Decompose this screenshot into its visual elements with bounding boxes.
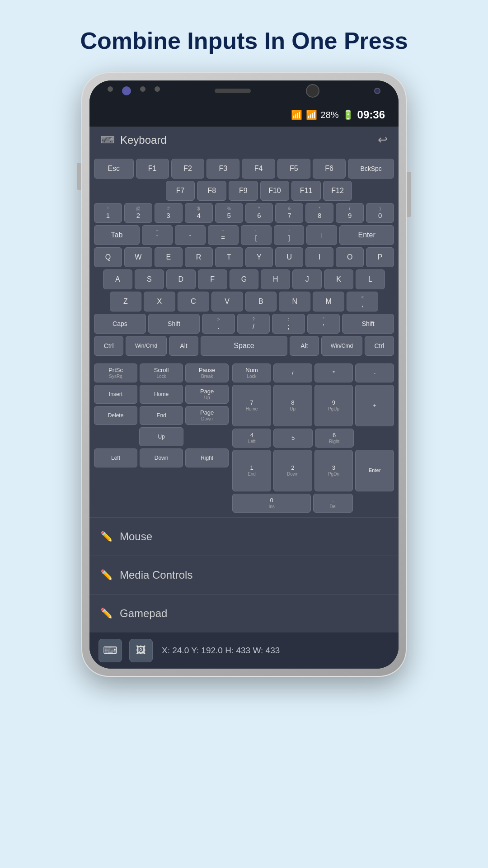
key-a[interactable]: A [103, 269, 132, 289]
key-f2[interactable]: F2 [171, 159, 204, 179]
key-win-right[interactable]: Win/Cmd [321, 336, 362, 356]
key-0[interactable]: )0 [366, 203, 394, 223]
key-9[interactable]: (9 [336, 203, 364, 223]
numpad-multiply[interactable]: * [314, 363, 353, 382]
key-8[interactable]: *8 [305, 203, 333, 223]
key-shift-right[interactable]: Shift [342, 314, 394, 334]
key-f8[interactable]: F8 [197, 181, 226, 201]
key-o[interactable]: O [336, 247, 364, 267]
numpad-4[interactable]: 4Left [232, 429, 271, 448]
numpad-minus[interactable]: - [355, 363, 394, 382]
key-c[interactable]: C [178, 292, 209, 311]
numpad-8[interactable]: 8Up [273, 385, 312, 426]
key-alt-left[interactable]: Alt [169, 336, 198, 356]
numpad-1[interactable]: 1End [232, 450, 271, 491]
key-scroll-lock[interactable]: ScrollLock [140, 363, 183, 382]
keyboard-bottom-icon[interactable]: ⌨ [99, 639, 122, 662]
key-z[interactable]: Z [110, 292, 141, 311]
key-brace-open[interactable]: {[ [241, 225, 272, 245]
key-r[interactable]: R [185, 247, 213, 267]
key-ctrl-right[interactable]: Ctrl [365, 336, 394, 356]
key-pgup[interactable]: PageUp [185, 385, 229, 404]
key-k[interactable]: K [324, 269, 353, 289]
key-alt-right[interactable]: Alt [290, 336, 319, 356]
key-up[interactable]: Up [139, 427, 183, 446]
key-pgdn[interactable]: PageDown [185, 406, 229, 425]
media-controls-section[interactable]: ✏️ Media Controls [89, 556, 399, 594]
key-bckspc[interactable]: BckSpc [348, 159, 394, 179]
numpad-enter[interactable]: Enter [355, 450, 394, 491]
key-s[interactable]: S [135, 269, 164, 289]
key-f6[interactable]: F6 [313, 159, 346, 179]
key-space[interactable]: Space [201, 336, 287, 356]
key-minus[interactable]: - [175, 225, 206, 245]
key-i[interactable]: I [305, 247, 333, 267]
numpad-3[interactable]: 3PgDn [314, 450, 353, 491]
gamepad-section[interactable]: ✏️ Gamepad [89, 594, 399, 632]
key-pause[interactable]: PauseBreak [185, 363, 229, 382]
key-end[interactable]: End [140, 406, 183, 425]
key-insert[interactable]: Insert [94, 385, 137, 404]
key-q[interactable]: Q [94, 247, 122, 267]
key-u[interactable]: U [275, 247, 303, 267]
mouse-section[interactable]: ✏️ Mouse [89, 517, 399, 556]
numpad-0[interactable]: 0Ins [232, 494, 311, 513]
key-quote[interactable]: "' [307, 314, 340, 334]
key-v[interactable]: V [211, 292, 243, 311]
key-f11[interactable]: F11 [291, 181, 321, 201]
numpad-divide[interactable]: / [273, 363, 312, 382]
key-caps[interactable]: Caps [94, 314, 146, 334]
key-6[interactable]: ^6 [245, 203, 273, 223]
key-w[interactable]: W [124, 247, 152, 267]
key-semicolon[interactable]: :; [272, 314, 305, 334]
key-f3[interactable]: F3 [206, 159, 239, 179]
key-m[interactable]: M [313, 292, 344, 311]
numpad-plus[interactable]: + [355, 385, 394, 426]
key-d[interactable]: D [166, 269, 196, 289]
numpad-5[interactable]: 5 [273, 429, 312, 448]
key-f5[interactable]: F5 [277, 159, 310, 179]
key-down[interactable]: Down [140, 448, 183, 467]
key-period[interactable]: >. [202, 314, 235, 334]
key-j[interactable]: J [292, 269, 322, 289]
key-brace-close[interactable]: }] [274, 225, 305, 245]
key-f4[interactable]: F4 [242, 159, 275, 179]
key-x[interactable]: X [144, 292, 175, 311]
numpad-7[interactable]: 7Home [232, 385, 271, 426]
key-f12[interactable]: F12 [323, 181, 352, 201]
key-shift-left[interactable]: Shift [148, 314, 200, 334]
numpad-2[interactable]: 2Down [273, 450, 312, 491]
image-bottom-icon[interactable]: 🖼 [129, 639, 153, 662]
key-win-left[interactable]: Win/Cmd [126, 336, 167, 356]
key-f7[interactable]: F7 [166, 181, 195, 201]
key-1[interactable]: !1 [94, 203, 122, 223]
key-5[interactable]: %5 [215, 203, 243, 223]
key-2[interactable]: @2 [124, 203, 152, 223]
key-prtsc[interactable]: PrtScSysRq [94, 363, 137, 382]
key-enter[interactable]: Enter [339, 225, 394, 245]
key-f9[interactable]: F9 [229, 181, 258, 201]
key-plus[interactable]: += [208, 225, 239, 245]
key-left[interactable]: Left [94, 448, 137, 467]
key-pipe[interactable]: | [306, 225, 337, 245]
key-g[interactable]: G [230, 269, 259, 289]
key-f10[interactable]: F10 [260, 181, 290, 201]
key-ctrl-left[interactable]: Ctrl [94, 336, 123, 356]
numpad-6[interactable]: 6Right [315, 429, 354, 448]
key-right[interactable]: Right [185, 448, 229, 467]
key-slash[interactable]: ?/ [237, 314, 270, 334]
numpad-9[interactable]: 9PgUp [314, 385, 353, 426]
key-f1[interactable]: F1 [136, 159, 169, 179]
key-n[interactable]: N [279, 292, 310, 311]
back-button[interactable]: ↩ [378, 133, 388, 147]
numpad-dot[interactable]: .Del [313, 494, 353, 513]
key-esc[interactable]: Esc [94, 159, 134, 179]
key-t[interactable]: T [215, 247, 243, 267]
key-tab[interactable]: Tab [94, 225, 140, 245]
key-home[interactable]: Home [140, 385, 183, 404]
key-3[interactable]: #3 [155, 203, 183, 223]
key-delete[interactable]: Delete [94, 406, 137, 425]
key-f[interactable]: F [198, 269, 227, 289]
key-7[interactable]: &7 [275, 203, 303, 223]
key-y[interactable]: Y [245, 247, 273, 267]
